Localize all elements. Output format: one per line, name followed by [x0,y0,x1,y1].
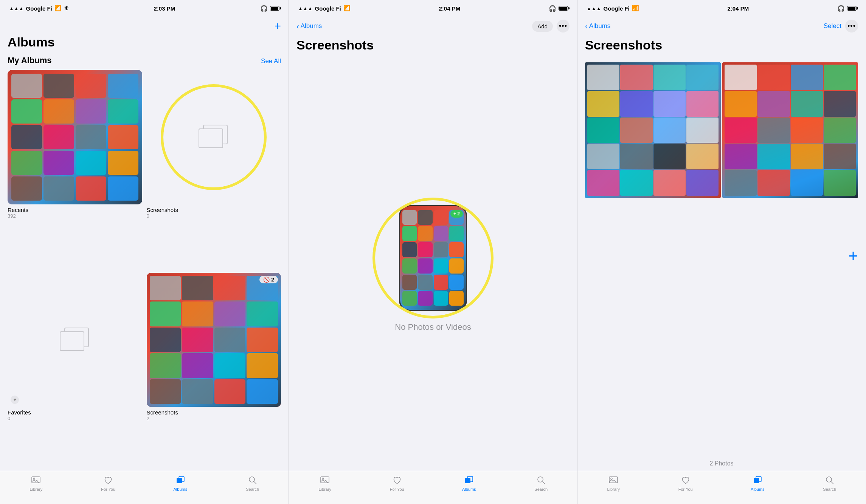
album-item-screenshots2[interactable]: 🚫 2 Screenshots 2 [147,273,281,471]
tab-search-1[interactable]: Search [216,475,289,492]
tab-albums-2[interactable]: Albums [433,475,505,492]
tab-label-search-2: Search [534,487,548,492]
nav-actions-2: Add ••• [532,20,570,32]
photos-count-3: 2 Photos [577,453,866,471]
nav-header-2: ‹ Albums Add ••• [289,17,577,36]
page-title-2: Screenshots [289,36,577,59]
album-thumb-screenshots2: 🚫 2 [147,273,281,407]
battery-icon-3 [847,6,857,11]
album-thumb-recents [8,70,142,204]
tab-library-2[interactable]: Library [289,475,361,492]
chevron-left-icon-3: ‹ [585,22,588,30]
library-icon-3 [608,475,619,485]
tab-foryou-3[interactable]: For You [650,475,722,492]
album-badge-2: 🚫 2 [259,276,278,283]
album-thumb-screenshots [147,70,281,204]
tab-albums-1[interactable]: Albums [144,475,217,492]
tab-label-search-1: Search [246,487,259,492]
section-header-1: My Albums See All [0,56,289,70]
album-count-recents: 392 [8,213,142,219]
tab-search-2[interactable]: Search [505,475,577,492]
svg-point-13 [611,478,612,479]
status-bar-2: ▲▲▲ Google Fi 📶 2:04 PM 🎧 [289,0,577,17]
carrier-signal-1: ▲▲▲ Google Fi 📶 ✳ [9,5,69,12]
album-count-screenshots: 0 [147,213,281,219]
tab-label-albums-2: Albums [462,487,476,492]
tab-bar-3: Library For You Albums Search [577,471,866,504]
photo-thumb-1-3[interactable] [585,62,721,198]
tab-bar-2: Library For You Albums Search [289,471,577,504]
tab-label-foryou-3: For You [678,487,693,492]
svg-rect-6 [321,477,329,483]
favorites-placeholder [8,273,142,407]
heart-indicator: ♥ [11,396,19,404]
add-button-2[interactable]: Add [532,21,553,32]
back-button-3[interactable]: ‹ Albums [585,22,610,30]
nav-actions-3: Select ••• [824,20,858,32]
back-label-3: Albums [589,22,611,30]
headphone-icon-3: 🎧 [837,5,845,12]
tab-search-3[interactable]: Search [794,475,866,492]
svg-point-4 [249,477,255,482]
select-button-3[interactable]: Select [824,22,841,30]
tab-label-library-1: Library [30,487,43,492]
battery-icon-2 [559,6,568,11]
svg-rect-0 [32,477,40,483]
albums-icon-1 [175,475,186,485]
album-label-screenshots2: Screenshots [147,409,281,416]
svg-point-7 [322,478,324,479]
favorites-placeholder-icon [60,328,90,352]
photo-thumb-2-3[interactable] [722,62,858,198]
albums-icon-3 [752,475,763,485]
album-item-recents[interactable]: Recents 392 [8,70,142,268]
see-all-button[interactable]: See All [261,57,281,65]
album-item-screenshots[interactable]: Screenshots 0 [147,70,281,268]
svg-rect-14 [754,478,759,483]
album-label-favorites: Favorites [8,409,142,416]
tab-foryou-2[interactable]: For You [361,475,433,492]
carrier-signal-3: ▲▲▲ Google Fi 📶 [587,5,639,12]
carrier-signal-2: ▲▲▲ Google Fi 📶 [298,5,351,12]
tab-label-foryou-1: For You [101,487,115,492]
wifi-icon-3: 📶 [632,5,639,12]
search-icon-2 [536,475,546,485]
svg-rect-2 [177,478,182,483]
signal-bars-1: ▲▲▲ [9,6,24,11]
more-button-2[interactable]: ••• [557,20,570,32]
signal-bars-3: ▲▲▲ [587,6,601,11]
tab-albums-3[interactable]: Albums [722,475,794,492]
tab-label-search-3: Search [823,487,836,492]
time-3: 2:04 PM [728,5,749,12]
tab-label-foryou-2: For You [390,487,404,492]
add-to-album-button-3[interactable]: + [848,247,858,264]
more-button-3[interactable]: ••• [845,20,858,32]
foryou-icon-3 [680,475,691,485]
status-bar-1: ▲▲▲ Google Fi 📶 ✳ 2:03 PM 🎧 [0,0,289,17]
tab-library-1[interactable]: Library [0,475,72,492]
photos-row-3 [585,62,858,198]
wifi-icon-1: 📶 [54,5,62,12]
foryou-icon-2 [392,475,402,485]
carrier-name-2: Google Fi [315,5,341,12]
circle-highlight-2 [372,198,494,318]
foryou-icon-1 [103,475,113,485]
tab-label-library-2: Library [318,487,331,492]
albums-icon-2 [464,475,474,485]
screen3: ▲▲▲ Google Fi 📶 2:04 PM 🎧 ‹ Albums Selec… [577,0,866,504]
search-icon-1 [247,475,258,485]
time-2: 2:04 PM [439,5,461,12]
my-albums-label: My Albums [8,56,52,65]
tab-foryou-1[interactable]: For You [72,475,144,492]
circle-container-2: + 2 [372,198,494,318]
tab-library-3[interactable]: Library [577,475,650,492]
headphone-icon-1: 🎧 [260,5,268,12]
page-title-3: Screenshots [577,36,866,59]
add-plus-button-1[interactable]: + [274,20,281,32]
battery-area-2: 🎧 [549,5,568,12]
tab-bar-1: Library For You Albums Search [0,471,289,504]
screen2: ▲▲▲ Google Fi 📶 2:04 PM 🎧 ‹ Albums Add •… [289,0,577,504]
album-label-recents: Recents [8,207,142,213]
back-button-2[interactable]: ‹ Albums [296,22,322,30]
battery-area-1: 🎧 [260,5,279,12]
album-item-favorites[interactable]: ♥ Favorites 0 [8,273,142,471]
